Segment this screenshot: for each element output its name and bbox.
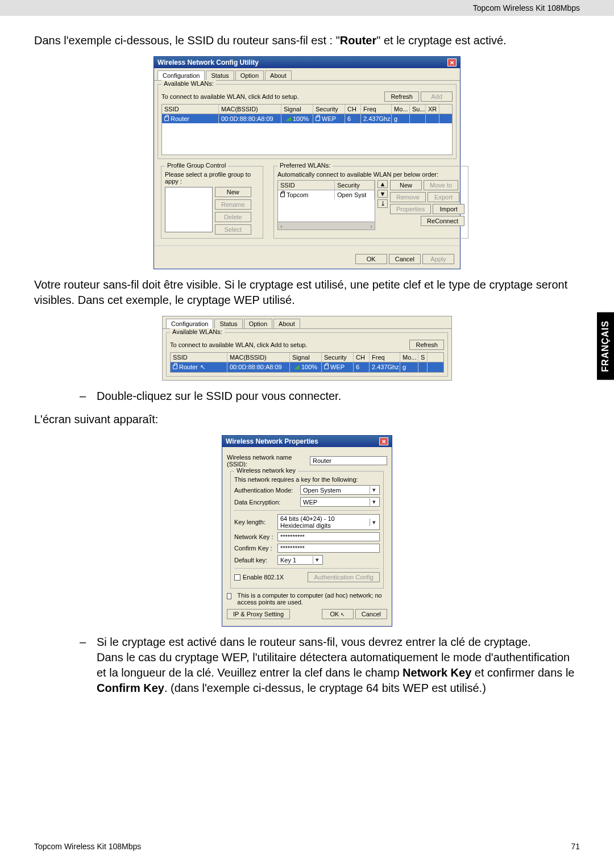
dialog-properties: Wireless Network Properties ✕ Wireless n… <box>222 435 392 627</box>
move-down-icon[interactable]: ▼ <box>377 190 388 198</box>
select-button[interactable]: Select <box>215 224 251 235</box>
page-number: 71 <box>571 842 580 851</box>
encryption-select[interactable]: WEP▾ <box>300 497 380 507</box>
cancel-button[interactable]: Cancel <box>355 609 387 619</box>
list-item[interactable]: Topcom Open Syst <box>278 190 375 199</box>
enable-8021x-checkbox[interactable] <box>234 574 240 581</box>
cursor-icon: ↖ <box>200 364 205 370</box>
auth-config-button[interactable]: Authentication Config <box>308 572 380 582</box>
scroll-left[interactable]: ‹ <box>278 223 285 229</box>
tabstrip: Configuration Status Option About <box>154 68 460 81</box>
available-list-body[interactable]: Router 00:0D:88:80:A8:09 100% WEP 6 2.43… <box>161 114 453 155</box>
dialog-config-fragment: Configuration Status Option About Availa… <box>162 316 452 381</box>
dialog-title: Wireless Network Config Utility <box>157 59 259 66</box>
paragraph-2: Votre routeur sans-fil doit être visible… <box>34 277 580 308</box>
paragraph-1: Dans l'exemple ci-dessous, le SSID du ro… <box>34 33 580 48</box>
footer-product: Topcom Wireless Kit 108Mbps <box>34 842 141 851</box>
tab-option[interactable]: Option <box>235 70 264 80</box>
language-tab: FRANÇAIS <box>597 312 614 380</box>
profile-group: Profile Group Control Please select a pr… <box>161 166 263 239</box>
remove-button[interactable]: Remove <box>390 192 426 202</box>
chevron-down-icon: ▾ <box>370 498 378 506</box>
cancel-button[interactable]: Cancel <box>389 254 421 264</box>
tab-option[interactable]: Option <box>244 319 272 328</box>
dialog3-title: Wireless Network Properties <box>226 437 318 445</box>
close-icon[interactable]: ✕ <box>379 437 388 445</box>
new-button[interactable]: New <box>215 187 251 197</box>
signal-icon <box>285 116 291 121</box>
list-item-2: – Si le cryptage est activé dans le rout… <box>80 635 580 696</box>
lock-icon <box>164 116 169 121</box>
pref-new-button[interactable]: New <box>390 180 422 190</box>
ok-button[interactable]: OK <box>355 254 387 264</box>
header-product: Topcom Wireless Kit 108Mbps <box>473 3 580 12</box>
network-key-field[interactable]: ********** <box>277 532 380 541</box>
tab-configuration[interactable]: Configuration <box>157 70 205 80</box>
ok-button[interactable]: OK ↖ <box>322 609 354 619</box>
list-item[interactable]: Router↖ 00:0D:88:80:A8:09 100% WEP 6 2.4… <box>171 362 443 372</box>
moveto-button[interactable]: Move to <box>424 180 458 190</box>
chevron-down-icon: ▾ <box>370 486 378 494</box>
signal-icon <box>294 365 300 369</box>
add-button[interactable]: Add <box>421 91 453 102</box>
scroll-right[interactable]: › <box>368 223 375 229</box>
ssid-field[interactable]: Router <box>310 456 387 465</box>
preferred-group: Preferred WLANs: Automatically connect t… <box>273 166 468 239</box>
move-bottom-icon[interactable]: ⤓ <box>377 199 388 208</box>
dialog-config-utility: Wireless Network Config Utility ✕ Config… <box>154 56 460 269</box>
lock-icon <box>324 365 329 369</box>
close-icon[interactable]: ✕ <box>447 59 457 66</box>
available-list-header: SSID MAC(BSSID) Signal Security CH Freq … <box>161 104 453 114</box>
list-item[interactable]: Router 00:0D:88:80:A8:09 100% WEP 6 2.43… <box>162 114 452 123</box>
default-key-select[interactable]: Key 1▾ <box>277 555 323 565</box>
profile-list[interactable] <box>165 187 213 232</box>
page-footer: Topcom Wireless Kit 108Mbps 71 <box>34 842 580 851</box>
available-hint: To connect to available WLAN, click Add … <box>161 93 299 100</box>
available-legend: Available WLANs: <box>161 80 216 87</box>
lock-icon <box>280 193 285 197</box>
cursor-icon: ↖ <box>339 612 345 617</box>
tab-status[interactable]: Status <box>214 319 242 328</box>
delete-button[interactable]: Delete <box>215 212 251 222</box>
rename-button[interactable]: Rename <box>215 199 251 210</box>
keylen-select[interactable]: 64 bits (40+24) - 10 Hexidecimal digits▾ <box>277 514 380 530</box>
tab-about[interactable]: About <box>265 70 292 80</box>
lock-icon <box>173 365 177 369</box>
export-button[interactable]: Export <box>428 192 459 202</box>
titlebar: Wireless Network Config Utility ✕ <box>154 57 460 68</box>
chevron-down-icon: ▾ <box>313 556 321 564</box>
chevron-down-icon: ▾ <box>370 519 378 526</box>
preferred-list[interactable]: Topcom Open Syst <box>277 190 375 222</box>
auth-mode-select[interactable]: Open System▾ <box>300 485 380 495</box>
lock-icon <box>316 116 320 121</box>
refresh-button[interactable]: Refresh <box>409 340 444 350</box>
header-bar: Topcom Wireless Kit 108Mbps <box>0 0 614 16</box>
confirm-key-field[interactable]: ********** <box>277 544 380 553</box>
refresh-button[interactable]: Refresh <box>384 91 419 102</box>
properties-button[interactable]: Properties <box>390 204 431 214</box>
available-wlans-group: Available WLANs: To connect to available… <box>157 84 457 159</box>
paragraph-3: L'écran suivant apparaît: <box>34 412 580 427</box>
adhoc-checkbox[interactable] <box>227 593 231 599</box>
apply-button[interactable]: Apply <box>422 254 454 264</box>
reconnect-button[interactable]: ReConnect <box>421 216 464 226</box>
tab-status[interactable]: Status <box>206 70 234 80</box>
import-button[interactable]: Import <box>433 204 464 214</box>
ip-proxy-button[interactable]: IP & Proxy Setting <box>227 609 290 619</box>
move-up-icon[interactable]: ▲ <box>377 180 388 188</box>
tab-configuration[interactable]: Configuration <box>166 319 213 328</box>
tab-about[interactable]: About <box>273 319 300 328</box>
list-item-1: – Double-cliquez sur le SSID pour vous c… <box>80 389 580 404</box>
